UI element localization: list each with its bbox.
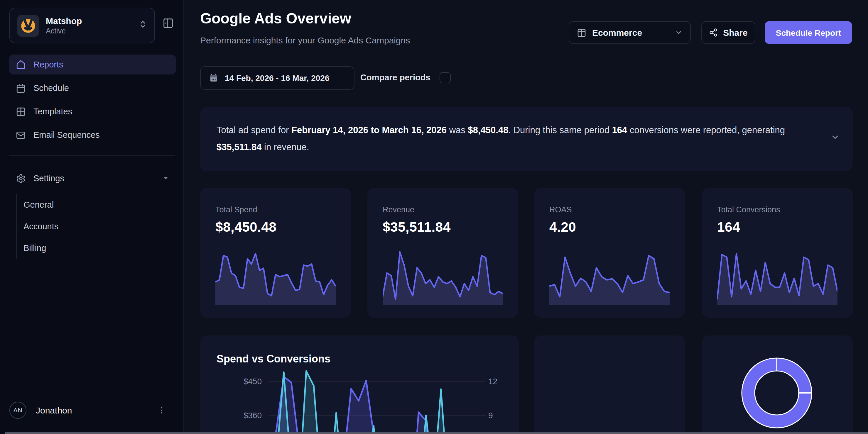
workspace-logo bbox=[17, 14, 39, 37]
kpi-value: $8,450.48 bbox=[215, 219, 336, 235]
workspace-name: Matshop bbox=[46, 15, 138, 26]
sidebar-item-label: Settings bbox=[33, 174, 64, 183]
empty-panel-card bbox=[534, 335, 685, 434]
mail-icon bbox=[16, 130, 26, 140]
home-icon bbox=[16, 60, 26, 69]
main-content: Google Ads Overview Performance insights… bbox=[184, 0, 868, 434]
user-row[interactable]: AN Jonathon bbox=[9, 401, 174, 419]
kebab-menu-icon[interactable] bbox=[157, 406, 166, 414]
page-subtitle: Performance insights for your Google Ads… bbox=[200, 35, 410, 45]
kpi-value: 164 bbox=[717, 219, 837, 235]
kpi-label: ROAS bbox=[549, 205, 670, 214]
settings-subnav: General Accounts Billing bbox=[17, 194, 58, 259]
sparkline-chart bbox=[215, 246, 336, 305]
y-axis-tick-left: $450 bbox=[235, 376, 262, 386]
gear-icon bbox=[16, 173, 26, 183]
sparkline-chart bbox=[383, 246, 503, 305]
app-root: Matshop Active Reports bbox=[0, 0, 868, 434]
matshop-logo-icon bbox=[19, 17, 37, 34]
calendar-icon bbox=[209, 73, 218, 83]
kpi-label: Total Conversions bbox=[717, 205, 837, 214]
share-label: Share bbox=[723, 28, 747, 37]
date-range-picker[interactable]: 14 Feb, 2026 - 16 Mar, 2026 bbox=[200, 66, 354, 90]
compare-periods-checkbox[interactable] bbox=[440, 72, 451, 83]
sidebar-item-reports[interactable]: Reports bbox=[9, 55, 176, 74]
viewport: Matshop Active Reports bbox=[0, 0, 868, 434]
sparkline-chart bbox=[717, 246, 837, 305]
page-title: Google Ads Overview bbox=[200, 10, 351, 27]
kpi-card-roas: ROAS 4.20 bbox=[534, 188, 685, 318]
sidebar-item-billing[interactable]: Billing bbox=[23, 237, 58, 259]
kpi-label: Total Spend bbox=[215, 205, 336, 214]
summary-text: Total ad spend for February 14, 2026 to … bbox=[217, 122, 817, 156]
date-range-value: 14 Feb, 2026 - 16 Mar, 2026 bbox=[225, 73, 329, 83]
sidebar-item-label: Schedule bbox=[33, 83, 69, 93]
workspace-meta: Matshop Active bbox=[46, 15, 138, 35]
sidebar-item-general[interactable]: General bbox=[23, 194, 58, 215]
kpi-card-total-spend: Total Spend $8,450.48 bbox=[200, 188, 351, 318]
y-axis-tick-right: 9 bbox=[488, 410, 493, 420]
compare-periods-label: Compare periods bbox=[360, 73, 431, 82]
sidebar-item-schedule[interactable]: Schedule bbox=[9, 78, 176, 98]
sidebar-item-email-sequences[interactable]: Email Sequences bbox=[9, 125, 176, 145]
summary-card: Total ad spend for February 14, 2026 to … bbox=[200, 107, 853, 171]
donut-chart-card bbox=[702, 335, 853, 434]
schedule-report-button[interactable]: Schedule Report bbox=[765, 21, 852, 44]
user-name: Jonathon bbox=[36, 405, 72, 415]
table-icon bbox=[577, 28, 586, 37]
sidebar-nav: Reports Schedule Templates Email Sequenc… bbox=[9, 55, 176, 148]
y-axis-tick-right: 12 bbox=[488, 376, 497, 386]
y-axis-tick-left: $360 bbox=[235, 410, 262, 420]
sidebar-item-accounts[interactable]: Accounts bbox=[23, 215, 58, 237]
sidebar-item-templates[interactable]: Templates bbox=[9, 101, 176, 122]
summary-expand-chevron-icon[interactable] bbox=[831, 133, 840, 142]
kpi-card-revenue: Revenue $35,511.84 bbox=[367, 188, 518, 318]
donut-chart bbox=[702, 335, 853, 434]
caret-down-icon bbox=[162, 174, 169, 183]
workspace-select-value: Ecommerce bbox=[592, 28, 642, 37]
sidebar-item-settings[interactable]: Settings bbox=[9, 169, 176, 188]
chevron-down-icon bbox=[675, 29, 683, 36]
sidebar-collapse-button[interactable] bbox=[162, 18, 176, 31]
panel-left-close-icon bbox=[162, 18, 174, 29]
grid-icon bbox=[16, 106, 26, 116]
workspace-status: Active bbox=[46, 26, 138, 35]
workspace-switcher[interactable]: Matshop Active bbox=[9, 8, 155, 43]
share-icon bbox=[709, 28, 718, 37]
kpi-value: 4.20 bbox=[549, 219, 670, 235]
sidebar: Matshop Active Reports bbox=[0, 0, 184, 434]
kpi-card-total-conversions: Total Conversions 164 bbox=[702, 188, 853, 318]
chevrons-up-down-icon bbox=[138, 20, 147, 31]
calendar-icon bbox=[16, 83, 26, 93]
kpi-label: Revenue bbox=[383, 205, 503, 214]
sidebar-item-label: Reports bbox=[33, 60, 63, 69]
avatar: AN bbox=[9, 401, 26, 419]
sidebar-item-label: Templates bbox=[33, 107, 72, 116]
kpi-value: $35,511.84 bbox=[383, 219, 503, 235]
workspace-select[interactable]: Ecommerce bbox=[569, 21, 691, 44]
spend-vs-conversions-card: Spend vs Conversions $450 $360 12 9 bbox=[200, 335, 519, 434]
sparkline-chart bbox=[549, 246, 670, 305]
horizontal-scrollbar[interactable] bbox=[5, 432, 868, 434]
sidebar-divider bbox=[9, 156, 175, 156]
sidebar-item-label: Email Sequences bbox=[33, 130, 100, 140]
share-button[interactable]: Share bbox=[701, 21, 755, 44]
